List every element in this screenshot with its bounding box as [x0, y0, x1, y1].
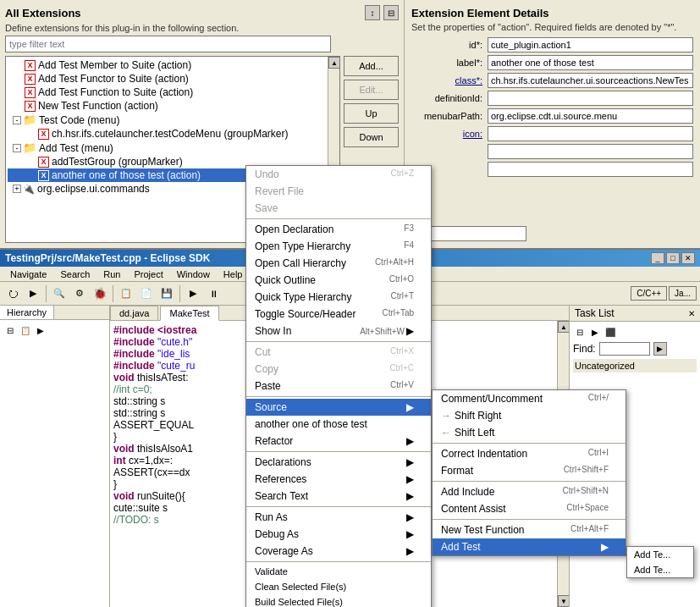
toolbar-btn-5[interactable]: 🐞	[91, 284, 109, 303]
ctx-references[interactable]: References▶	[246, 471, 431, 488]
ctx-type-hierarchy[interactable]: Open Type HierarchyF4	[246, 238, 431, 255]
sub-content-assist[interactable]: Content AssistCtrl+Space	[433, 500, 626, 517]
code-scroll-up[interactable]: ▲	[558, 321, 569, 333]
ctx-build[interactable]: Build Selected File(s)	[246, 594, 431, 607]
defid-label: definitionId:	[411, 93, 488, 103]
tree-item[interactable]: X Add Test Member to Suite (action)	[8, 58, 338, 72]
context-menu: UndoCtrl+Z Revert File Save Open Declara…	[245, 165, 432, 607]
extra-input-1[interactable]	[488, 144, 693, 159]
ctx-quick-outline[interactable]: Quick OutlineCtrl+O	[246, 272, 431, 289]
toolbar-btn-4[interactable]: ⚙	[70, 284, 89, 303]
task-list-close[interactable]: ✕	[688, 309, 695, 318]
code-scroll-down[interactable]: ▼	[558, 595, 569, 607]
tree-item[interactable]: X ch.hsr.ifs.cutelauncher.testCodeMenu (…	[8, 127, 338, 141]
icon-input[interactable]	[488, 126, 693, 141]
ctx-quick-type-hierarchy[interactable]: Quick Type HierarchyCtrl+T	[246, 289, 431, 306]
ctx-revert[interactable]: Revert File	[246, 183, 431, 200]
sidebar-btn-2[interactable]: 📋	[19, 323, 32, 337]
add-test-item-1[interactable]: Add Te...	[627, 547, 693, 562]
ctx-toggle-source[interactable]: Toggle Source/HeaderCtrl+Tab	[246, 306, 431, 323]
toolbar-btn-3[interactable]: 🔍	[50, 284, 69, 303]
sort-icon[interactable]: ↕	[365, 5, 380, 20]
ctx-declarations[interactable]: Declarations▶	[246, 454, 431, 471]
search-menu[interactable]: Search	[53, 268, 96, 280]
task-btn-3[interactable]: ⬛	[604, 325, 617, 339]
extra-input-2[interactable]	[488, 162, 693, 177]
sub-correct-indent[interactable]: Correct IndentationCtrl+I	[433, 445, 626, 462]
sub-shift-left[interactable]: ←Shift Left	[433, 424, 626, 441]
find-next-btn[interactable]: ▶	[653, 342, 667, 356]
sub-add-include[interactable]: Add IncludeCtrl+Shift+N	[433, 483, 626, 500]
toolbar-btn-8[interactable]: 💾	[157, 284, 176, 303]
hierarchy-tab[interactable]: Hierarchy	[0, 306, 54, 319]
maximize-button[interactable]: □	[666, 252, 680, 264]
scroll-up-btn[interactable]: ▲	[328, 57, 340, 69]
toolbar-btn-9[interactable]: ▶	[184, 284, 202, 303]
task-btn-1[interactable]: ⊟	[573, 325, 587, 339]
up-button[interactable]: Up	[344, 103, 399, 124]
sub-new-test-fn[interactable]: New Test FunctionCtrl+Alt+F	[433, 521, 626, 538]
navigate-menu[interactable]: Navigate	[3, 268, 53, 280]
help-menu[interactable]: Help	[217, 268, 250, 280]
icon-label[interactable]: icon:	[411, 129, 488, 139]
toolbar-btn-1[interactable]: ⭮	[3, 284, 22, 303]
toolbar-btn-10[interactable]: ⏸	[204, 284, 223, 303]
ctx-cut[interactable]: CutCtrl+X	[246, 344, 431, 361]
close-button[interactable]: ✕	[681, 252, 695, 264]
sidebar-btn-1[interactable]: ⊟	[3, 323, 17, 337]
run-menu[interactable]: Run	[96, 268, 127, 280]
down-button[interactable]: Down	[344, 127, 399, 147]
project-menu[interactable]: Project	[127, 268, 169, 280]
sub-shift-right[interactable]: →Shift Right	[433, 407, 626, 424]
tree-item[interactable]: X Add Test Function to Suite (action)	[8, 86, 338, 99]
id-input[interactable]	[488, 37, 693, 52]
sub-comment[interactable]: Comment/UncommentCtrl+/	[433, 390, 626, 407]
tree-item[interactable]: - 📁 Test Code (menu)	[8, 113, 338, 127]
bottom-id-input[interactable]	[425, 226, 526, 241]
menubarpath-input[interactable]	[488, 108, 693, 124]
ctx-refactor[interactable]: Refactor▶	[246, 433, 431, 450]
defid-input[interactable]	[488, 91, 693, 106]
ctx-another-test[interactable]: another one of those test	[246, 416, 431, 433]
cpp-button[interactable]: C/C++	[631, 286, 667, 301]
ctx-debug-as[interactable]: Debug As▶	[246, 526, 431, 543]
tree-item[interactable]: X Add Test Functor to Suite (action)	[8, 72, 338, 86]
ctx-clean[interactable]: Clean Selected File(s)	[246, 579, 431, 594]
tab-maketest[interactable]: MakeTest	[160, 306, 218, 321]
class-label[interactable]: class*:	[411, 75, 488, 86]
extensions-panel-title: All Extensions	[5, 7, 81, 19]
ctx-paste[interactable]: PasteCtrl+V	[246, 378, 431, 395]
add-button[interactable]: Add...	[344, 56, 399, 76]
ctx-open-decl[interactable]: Open DeclarationF3	[246, 221, 431, 238]
ctx-search-text[interactable]: Search Text▶	[246, 488, 431, 505]
sub-format[interactable]: FormatCtrl+Shift+F	[433, 462, 626, 479]
window-menu[interactable]: Window	[170, 268, 217, 280]
ctx-run-as[interactable]: Run As▶	[246, 509, 431, 526]
toolbar-btn-7[interactable]: 📄	[137, 284, 156, 303]
ctx-copy[interactable]: CopyCtrl+C	[246, 361, 431, 378]
tree-item[interactable]: X New Test Function (action)	[8, 99, 338, 113]
add-test-item-2[interactable]: Add Te...	[627, 562, 693, 577]
tab-dd-java[interactable]: dd.java	[110, 306, 158, 320]
task-btn-2[interactable]: ▶	[588, 325, 602, 339]
filter-input[interactable]	[5, 36, 331, 52]
ctx-show-in[interactable]: Show InAlt+Shift+W▶	[246, 323, 431, 339]
collapse-icon[interactable]: ⊟	[383, 5, 399, 20]
tree-item[interactable]: - 📁 Add Test (menu)	[8, 141, 338, 155]
ctx-save[interactable]: Save	[246, 200, 431, 217]
label-input[interactable]	[488, 55, 693, 70]
ctx-call-hierarchy[interactable]: Open Call HierarchyCtrl+Alt+H	[246, 255, 431, 272]
find-input[interactable]	[599, 342, 650, 356]
ctx-coverage-as[interactable]: Coverage As▶	[246, 543, 431, 560]
class-input[interactable]	[488, 73, 693, 88]
ctx-source[interactable]: Source▶	[246, 399, 431, 416]
toolbar-btn-6[interactable]: 📋	[117, 284, 135, 303]
ctx-validate[interactable]: Validate	[246, 564, 431, 579]
java-button[interactable]: Ja...	[669, 286, 697, 301]
toolbar-btn-2[interactable]: ▶	[24, 284, 42, 303]
sub-add-test[interactable]: Add Test▶	[433, 538, 626, 555]
ctx-undo[interactable]: UndoCtrl+Z	[246, 166, 431, 183]
edit-button[interactable]: Edit...	[344, 80, 399, 100]
minimize-button[interactable]: _	[651, 252, 664, 264]
sidebar-btn-3[interactable]: ▶	[34, 323, 47, 337]
